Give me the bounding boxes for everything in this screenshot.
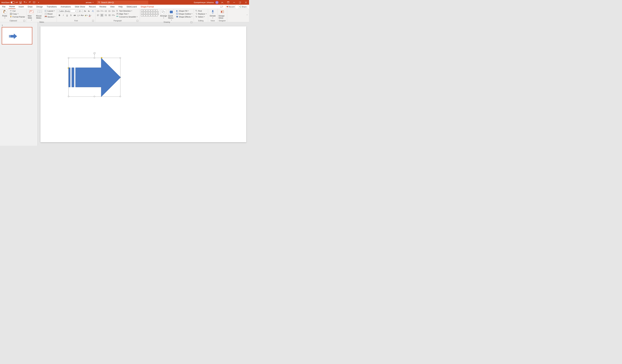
svg-rect-26 bbox=[45, 17, 47, 18]
underline-icon[interactable]: U bbox=[65, 14, 69, 17]
select-button[interactable]: Select▾ bbox=[195, 16, 207, 18]
align-left-icon[interactable] bbox=[97, 14, 100, 17]
tab-help[interactable]: Help bbox=[118, 5, 123, 9]
svg-rect-7 bbox=[221, 6, 223, 7]
font-size-input[interactable]: 18 bbox=[78, 10, 83, 13]
clipboard-dialog-icon[interactable] bbox=[23, 20, 25, 22]
numbering-icon[interactable]: 12▾ bbox=[100, 10, 103, 13]
redo-icon[interactable] bbox=[28, 1, 31, 4]
spacing-icon[interactable]: ▾ bbox=[77, 14, 80, 17]
grow-font-icon[interactable]: A▴ bbox=[83, 10, 87, 13]
shape-gallery[interactable] bbox=[141, 10, 157, 17]
layout-button[interactable]: Layout▾ bbox=[44, 10, 56, 12]
tab-home[interactable]: Home bbox=[8, 5, 16, 9]
increase-indent-icon[interactable] bbox=[108, 10, 111, 13]
comments-icon[interactable] bbox=[220, 5, 223, 8]
convert-smartart-button[interactable]: Convert to SmartArt▾ bbox=[116, 16, 138, 18]
shrink-font-icon[interactable]: A▾ bbox=[87, 10, 90, 13]
tab-review[interactable]: Review bbox=[99, 5, 107, 9]
cut-button[interactable]: ✂Cut bbox=[9, 10, 25, 12]
font-name-input[interactable]: Calibri (Body) bbox=[58, 10, 77, 13]
align-center-icon[interactable] bbox=[100, 14, 103, 17]
align-right-icon[interactable] bbox=[104, 14, 107, 17]
ribbon-display-icon[interactable] bbox=[226, 1, 230, 4]
tab-record[interactable]: Record bbox=[88, 5, 96, 9]
find-button[interactable]: Find bbox=[195, 10, 207, 12]
line-spacing-icon[interactable]: ▾ bbox=[112, 10, 115, 13]
close-icon[interactable] bbox=[244, 1, 248, 4]
gallery-up-icon[interactable]: ▴ bbox=[158, 11, 159, 12]
arrange-button[interactable]: Arrange▾ bbox=[160, 10, 167, 19]
maximize-icon[interactable] bbox=[238, 1, 242, 4]
customize-qat-icon[interactable]: ▾ bbox=[37, 1, 40, 4]
shape-outline-button[interactable]: Shape Outline▾ bbox=[176, 13, 193, 15]
paragraph-dialog-icon[interactable] bbox=[136, 20, 138, 22]
share-icon bbox=[239, 6, 241, 8]
present-icon[interactable] bbox=[33, 1, 36, 4]
shape-fill-button[interactable]: Shape Fill▾ bbox=[176, 10, 193, 12]
change-case-icon[interactable]: Aa▾ bbox=[81, 14, 84, 17]
quick-styles-button[interactable]: Quick Styles▾ bbox=[168, 10, 175, 21]
minimize-icon[interactable] bbox=[232, 1, 236, 4]
share-button[interactable]: Share bbox=[238, 5, 248, 8]
tab-file[interactable]: File bbox=[1, 5, 6, 9]
highlight-icon[interactable]: ▾ bbox=[84, 14, 88, 17]
svg-rect-5 bbox=[227, 1, 229, 2]
replace-button[interactable]: Replace▾ bbox=[195, 13, 207, 15]
design-ideas-button[interactable]: Design Ideas bbox=[219, 10, 226, 19]
font-color-icon[interactable]: A▾ bbox=[88, 14, 92, 17]
bullets-icon[interactable]: ▾ bbox=[97, 10, 100, 13]
columns-icon[interactable]: ▾ bbox=[112, 14, 115, 17]
copy-button[interactable]: Copy▾ bbox=[9, 13, 25, 15]
collapse-ribbon-icon[interactable]: ˄ bbox=[245, 9, 249, 22]
align-text-button[interactable]: Align Text▾ bbox=[116, 13, 138, 15]
clear-format-icon[interactable] bbox=[91, 10, 94, 13]
group-slides: New Slide▾ Reuse Slides Layout▾ Reset Se… bbox=[27, 9, 57, 22]
search-input[interactable]: Search (Alt+Q) bbox=[97, 1, 148, 4]
bold-icon[interactable]: B bbox=[58, 14, 61, 17]
tab-slideshow[interactable]: Slide Show bbox=[74, 5, 86, 9]
shape-selection-box[interactable] bbox=[68, 58, 120, 97]
paste-button[interactable]: Paste▾ bbox=[1, 10, 8, 19]
italic-icon[interactable]: I bbox=[62, 14, 65, 17]
reuse-slides-button[interactable]: Reuse Slides bbox=[36, 10, 43, 19]
tab-transitions[interactable]: Transitions bbox=[46, 5, 58, 9]
strike-icon[interactable]: ab bbox=[73, 14, 76, 17]
tab-view[interactable]: View bbox=[109, 5, 115, 9]
decrease-indent-icon[interactable] bbox=[104, 10, 107, 13]
group-designer: Design Ideas Designer bbox=[218, 9, 227, 22]
shape-effects-button[interactable]: Shape Effects▾ bbox=[176, 16, 193, 18]
text-direction-button[interactable]: Text Direction▾ bbox=[116, 10, 138, 12]
tab-animations[interactable]: Animations bbox=[60, 5, 72, 9]
tab-draw[interactable]: Draw bbox=[27, 5, 33, 9]
svg-point-28 bbox=[97, 10, 97, 11]
document-title[interactable]: arrows ▾ bbox=[86, 1, 93, 3]
reset-button[interactable]: Reset bbox=[44, 13, 56, 15]
shadow-icon[interactable]: S bbox=[69, 14, 72, 17]
tab-design[interactable]: Design bbox=[36, 5, 43, 9]
tab-shape-format[interactable]: Shape Format bbox=[140, 5, 155, 9]
tab-insert[interactable]: Insert bbox=[18, 5, 24, 9]
autosave-toggle[interactable]: AutoSave Off bbox=[1, 1, 18, 3]
format-painter-button[interactable]: Format Painter bbox=[9, 16, 25, 18]
font-dialog-icon[interactable] bbox=[92, 20, 94, 22]
new-slide-button[interactable]: New Slide▾ bbox=[28, 10, 35, 21]
slide-canvas[interactable] bbox=[40, 26, 246, 142]
slide-canvas-wrap bbox=[38, 22, 249, 146]
justify-icon[interactable] bbox=[108, 14, 111, 17]
section-button[interactable]: Section▾ bbox=[44, 16, 56, 18]
user-avatar[interactable]: GJ bbox=[215, 1, 218, 4]
striped-arrow-shape[interactable] bbox=[69, 58, 121, 97]
coming-soon-icon[interactable] bbox=[220, 1, 224, 4]
record-button[interactable]: Record bbox=[226, 5, 235, 8]
gallery-down-icon[interactable]: ▾ bbox=[158, 12, 159, 14]
svg-point-3 bbox=[98, 1, 100, 3]
save-icon[interactable] bbox=[19, 1, 22, 4]
tab-slidelizard[interactable]: SlideLizard bbox=[126, 5, 137, 9]
slide-thumbnail-1[interactable] bbox=[2, 27, 32, 44]
undo-icon[interactable]: ▾ bbox=[24, 1, 27, 4]
rotate-handle-icon[interactable] bbox=[93, 52, 96, 55]
gallery-more-icon[interactable]: ⊽ bbox=[158, 14, 159, 16]
dictate-button[interactable]: Dictate▾ bbox=[209, 10, 216, 19]
svg-text:2: 2 bbox=[100, 11, 101, 12]
